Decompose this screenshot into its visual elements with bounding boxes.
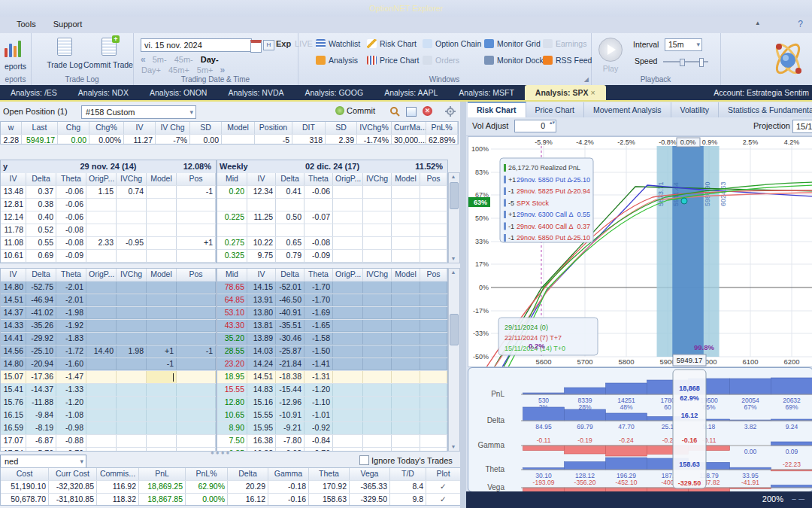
tab-close-icon[interactable]: × [590, 88, 595, 97]
table-row[interactable]: 14.41-29.92-1.83 [1, 333, 216, 345]
table-row[interactable]: 15.41-14.37-1.33 [1, 384, 216, 397]
collapse-ribbon-icon[interactable]: ▴ [756, 19, 759, 26]
rtab-volatility[interactable]: Volatility [671, 102, 720, 118]
ignore-trades-toggle[interactable]: Ignore Today's Trades [359, 455, 453, 465]
ignore-trades-checkbox[interactable] [359, 455, 369, 465]
tab-es[interactable]: Analysis: /ES [0, 85, 68, 100]
table-row[interactable]: 6.3516.82-6.62-0.76 [217, 448, 447, 452]
speed-slider-handle[interactable] [680, 59, 685, 66]
table-row[interactable]: 14.56-25.10-1.7214.401.98+1-1 [1, 345, 216, 358]
table-row[interactable]: 64.8513.91-46.50-1.70 [217, 294, 447, 307]
scroll-down-icon[interactable]: ▼ [449, 443, 458, 451]
menu-tools[interactable]: Tools [9, 17, 44, 32]
windows-button-watchlist[interactable]: Watchlist [316, 38, 360, 50]
windows-expand-icon[interactable]: ◢ [584, 76, 589, 83]
exp-label[interactable]: Exp [276, 39, 291, 48]
tab-onon[interactable]: Analysis: ONON [139, 85, 217, 100]
windows-button-risk-chart[interactable]: Risk Chart [367, 38, 417, 50]
nav-next-icon[interactable]: » [217, 65, 229, 75]
windows-button-analysis[interactable]: Analysis [316, 54, 358, 66]
windows-button-option-chain[interactable]: Option Chain [423, 38, 481, 50]
scrollbar-thumb[interactable] [450, 314, 459, 345]
table-row[interactable] [217, 224, 447, 237]
lower-table-scrollbar[interactable]: ▲▼ [448, 268, 460, 452]
windows-button-rss-feed[interactable]: RSS Feed [543, 54, 592, 66]
tab-ndx[interactable]: Analysis: NDX [68, 85, 139, 100]
table-row[interactable]: 12.810.38-0.06 [1, 199, 216, 211]
table-row[interactable]: 14.80-20.94-1.60-1 [1, 358, 216, 371]
tab-spx-active[interactable]: Analysis: SPX × [525, 85, 606, 100]
interval-select[interactable]: 15m [665, 38, 702, 51]
rtab-risk-chart[interactable]: Risk Chart [468, 102, 526, 119]
time-nav-45mplus[interactable]: 45m+ [165, 65, 193, 75]
table-row[interactable]: 7.5016.38-7.80-0.84 [217, 435, 447, 448]
tab-goog[interactable]: Analysis: GOOG [295, 85, 374, 100]
table-row[interactable]: 11.080.55-0.082.33-0.95+1 [1, 237, 216, 250]
zoom-slider[interactable]: − ─ [792, 494, 804, 503]
trade-log-button[interactable]: Trade Log [46, 38, 83, 69]
table-row[interactable]: 78.6514.15-52.01-1.70 [217, 281, 447, 294]
windows-button-monitor-dock[interactable]: Monitor Dock [484, 54, 544, 66]
table-row[interactable]: 10.6515.55-10.91-1.01 [217, 409, 447, 422]
menu-support[interactable]: Support [46, 17, 90, 32]
table-row[interactable]: 50,678.70-31,810.85118.3218,867.850.00%1… [1, 494, 461, 506]
close-position-icon[interactable]: ✕ [423, 106, 432, 116]
table-row[interactable]: 16.15-9.84-1.08 [1, 409, 216, 422]
table-row[interactable]: 12.8015.16-12.96-1.10 [217, 397, 447, 409]
table-row[interactable]: 0.22511.250.50-0.07 [217, 211, 447, 224]
time-nav-5mminus[interactable]: 5m- [149, 55, 171, 64]
time-nav-45mminus[interactable]: 45m- [171, 55, 197, 64]
greeks-panel[interactable]: PnL5302%833928%1425148%1780601950065%200… [468, 367, 812, 492]
commit-button[interactable]: Commit [335, 106, 375, 115]
position-filter-select[interactable]: ned [0, 455, 86, 468]
table-row[interactable]: 17.07-6.87-0.88 [1, 435, 216, 448]
table-row[interactable]: 14.80-52.75-2.01 [1, 281, 216, 294]
table-row[interactable]: 18.9514.51-18.38-1.31 [217, 371, 447, 384]
help-icon[interactable]: ? [798, 19, 803, 29]
table-row[interactable]: 0.3259.750.79-0.09 [217, 250, 447, 263]
rtab-statistics-fundamentals[interactable]: Statistics & Fundamentals [719, 102, 812, 118]
table-row[interactable]: 2.285949.170.000.00%11.27-7%0.00-53182.3… [1, 135, 458, 144]
upper-table-scrollbar[interactable]: ▲▼ [448, 172, 460, 263]
reports-button[interactable]: eports [0, 62, 31, 71]
splitter-handle[interactable]: ●●●● [211, 449, 231, 456]
windows-button-price-chart[interactable]: Price Chart [367, 54, 420, 66]
reports-icon[interactable] [5, 39, 21, 57]
table-row[interactable]: 0.2012.340.41-0.06 [217, 186, 447, 199]
trading-date-input[interactable]: vi. 15 nov. 2024 [141, 38, 252, 52]
tab-nvda[interactable]: Analysis: NVDA [217, 85, 294, 100]
play-button[interactable]: Play [598, 38, 623, 73]
tab-aapl[interactable]: Analysis: AAPL [374, 85, 448, 100]
table-row[interactable]: 14.33-35.26-1.92 [1, 320, 216, 333]
table-row[interactable]: 17.54-5.76-0.79 [1, 448, 216, 452]
windows-button-monitor-grid[interactable]: Monitor Grid [484, 38, 541, 50]
table-row[interactable]: 53.1013.80-40.91-1.69 [217, 307, 447, 320]
time-nav-5mplus[interactable]: 5m+ [193, 65, 217, 75]
panel-splitter[interactable] [460, 102, 466, 508]
zoom-search-icon[interactable] [389, 106, 400, 117]
table-row[interactable]: 35.2013.89-30.46-1.58 [217, 333, 447, 345]
table-row[interactable]: 43.3013.81-35.51-1.65 [217, 320, 447, 333]
strategy-select[interactable]: #158 Custom [81, 105, 196, 119]
risk-chart[interactable]: 5873.715911.445986.906024.63100%83%67%50… [468, 136, 812, 367]
table-row[interactable] [217, 199, 447, 211]
table-row[interactable]: 15.07-17.36-1.47 [1, 371, 216, 384]
table-row[interactable]: 13.480.37-0.061.150.74-1 [1, 186, 216, 199]
time-nav-Dayplus[interactable]: Day+ [138, 65, 165, 75]
rtab-movement-analysis[interactable]: Movement Analysis [584, 102, 671, 118]
table-row[interactable]: 10.610.69-0.09 [1, 250, 216, 263]
table-row[interactable]: 14.37-41.02-1.98 [1, 307, 216, 320]
table-row[interactable]: 0.3759.340.94-0.10 [217, 263, 447, 263]
table-row[interactable]: 10.080.84-0.10 [1, 263, 216, 263]
expiration-calendar-icon[interactable]: H [263, 40, 274, 50]
time-nav-Dayminus[interactable]: Day- [197, 55, 223, 64]
table-row[interactable]: 8.9015.95-9.21-0.92 [217, 422, 447, 435]
table-row[interactable]: 16.59-8.19-0.98 [1, 422, 216, 435]
table-row[interactable]: 28.5514.03-25.87-1.50 [217, 345, 447, 358]
commit-trade-button[interactable]: + Commit Trade [83, 38, 133, 69]
projection-date-input[interactable]: 15/11/202 [792, 120, 812, 133]
table-row[interactable]: 15.76-11.88-1.20 [1, 397, 216, 409]
rtab-price-chart[interactable]: Price Chart [526, 102, 585, 118]
scroll-up-icon[interactable]: ▲ [449, 269, 458, 276]
table-row[interactable]: 11.780.52-0.08 [1, 224, 216, 237]
